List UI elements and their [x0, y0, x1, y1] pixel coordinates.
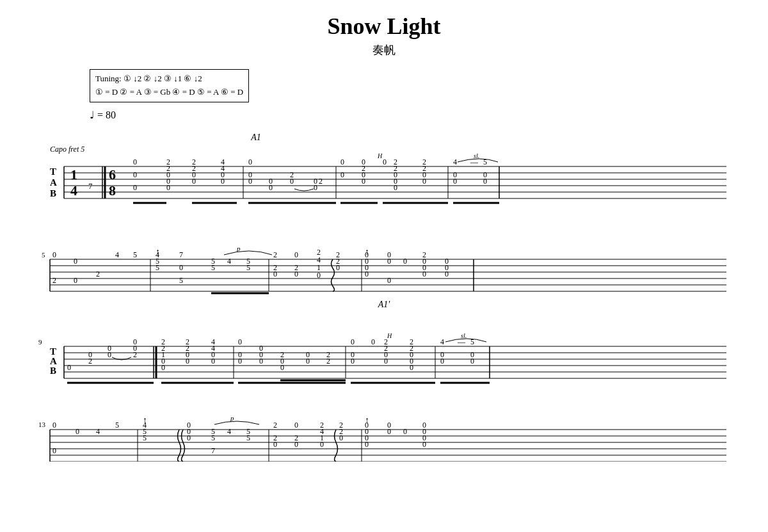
svg-text:0: 0 — [273, 440, 277, 449]
svg-text:5: 5 — [246, 433, 250, 442]
svg-text:4: 4 — [115, 250, 119, 259]
svg-text:2: 2 — [273, 250, 277, 259]
title-area: Snow Light 奏帆 — [38, 13, 730, 58]
svg-text:0: 0 — [294, 250, 298, 259]
tuning-line1: Tuning: ① ↓2 ② ↓2 ③ ↓1 ⑥ ↓2 — [95, 72, 243, 86]
svg-text:0: 0 — [280, 363, 284, 372]
svg-text:0: 0 — [336, 263, 340, 272]
svg-text:0: 0 — [74, 276, 77, 285]
svg-text:4: 4 — [453, 157, 457, 166]
svg-text:5: 5 — [211, 433, 215, 442]
svg-text:0: 0 — [306, 357, 310, 366]
svg-text:0: 0 — [133, 183, 137, 192]
staff-row4: 13 0 0 0 4 5 ↑ 4 5 5 — [38, 404, 730, 462]
svg-text:A: A — [50, 177, 57, 188]
svg-text:0: 0 — [314, 183, 317, 192]
staff-a1: A1 Capo fret 5 T A B 1 4 — [38, 131, 730, 224]
svg-text:—: — — [470, 157, 479, 166]
svg-text:0: 0 — [52, 421, 56, 430]
svg-text:B: B — [50, 188, 56, 198]
svg-text:2: 2 — [96, 270, 100, 278]
svg-text:0: 0 — [76, 427, 79, 436]
svg-text:0: 0 — [483, 177, 487, 186]
svg-text:2: 2 — [273, 421, 277, 430]
svg-text:0: 0 — [340, 170, 344, 179]
svg-text:0: 0 — [440, 357, 444, 366]
section-row2: 5 0 2 0 0 2 4 5 ↑ 4 5 5 — [38, 224, 730, 294]
svg-text:Capo fret 5: Capo fret 5 — [50, 145, 84, 154]
svg-text:0: 0 — [403, 257, 407, 266]
svg-text:0: 0 — [211, 357, 215, 366]
svg-text:T: T — [50, 166, 56, 177]
svg-text:0: 0 — [248, 177, 252, 186]
svg-text:4: 4 — [227, 427, 231, 436]
tempo-line: ♩ = 80 — [90, 109, 730, 121]
svg-text:0: 0 — [362, 177, 365, 186]
svg-text:0: 0 — [339, 433, 343, 442]
svg-text:0: 0 — [422, 440, 426, 449]
svg-text:8: 8 — [109, 182, 116, 198]
svg-text:0: 0 — [248, 157, 252, 166]
song-title: Snow Light — [38, 13, 730, 40]
svg-text:0: 0 — [238, 357, 242, 366]
svg-text:0: 0 — [351, 357, 355, 366]
svg-text:p: p — [230, 414, 234, 422]
svg-text:0: 0 — [387, 276, 391, 285]
tuning-box: Tuning: ① ↓2 ② ↓2 ③ ↓1 ⑥ ↓2 ① = D ② = A … — [90, 69, 249, 102]
svg-text:5: 5 — [470, 337, 474, 346]
svg-text:6: 6 — [109, 166, 116, 182]
section-row4: 13 0 0 0 4 5 ↑ 4 5 5 — [38, 404, 730, 462]
svg-text:2: 2 — [319, 177, 323, 186]
svg-text:0: 0 — [259, 357, 263, 366]
svg-text:5: 5 — [133, 250, 137, 259]
svg-text:5: 5 — [115, 421, 119, 430]
svg-text:5: 5 — [179, 276, 183, 285]
svg-text:4: 4 — [440, 337, 444, 346]
svg-text:0: 0 — [108, 350, 111, 359]
svg-text:0: 0 — [387, 427, 391, 436]
svg-text:0: 0 — [351, 337, 355, 346]
svg-text:0: 0 — [74, 257, 77, 266]
svg-text:0: 0 — [133, 170, 137, 179]
svg-text:0: 0 — [394, 183, 397, 192]
svg-text:0: 0 — [384, 357, 388, 366]
section-a1prime: A1' 9 T A B 0 0 2 0 0 0 — [38, 300, 730, 404]
svg-text:9: 9 — [38, 338, 42, 346]
svg-text:2: 2 — [326, 357, 330, 366]
svg-text:5: 5 — [211, 263, 215, 272]
svg-text:0: 0 — [52, 446, 56, 455]
svg-text:0: 0 — [317, 271, 321, 280]
svg-text:2: 2 — [52, 276, 56, 285]
svg-text:7: 7 — [88, 181, 93, 191]
section-a1: A1 Capo fret 5 T A B 1 4 — [38, 131, 730, 224]
section-label-a1prime: A1' — [38, 300, 730, 310]
svg-text:0: 0 — [422, 177, 426, 186]
svg-text:2: 2 — [133, 350, 137, 359]
svg-text:0: 0 — [294, 421, 298, 430]
svg-text:5: 5 — [156, 263, 159, 272]
svg-text:0: 0 — [387, 257, 391, 266]
svg-text:7: 7 — [179, 250, 183, 259]
svg-text:0: 0 — [186, 357, 189, 366]
svg-text:A: A — [50, 356, 57, 366]
svg-text:0: 0 — [403, 427, 407, 436]
svg-text:0: 0 — [383, 157, 387, 166]
song-subtitle: 奏帆 — [38, 42, 730, 58]
svg-text:0: 0 — [161, 363, 165, 372]
svg-text:T: T — [50, 346, 56, 357]
svg-text:0: 0 — [221, 177, 225, 186]
svg-text:0: 0 — [445, 270, 449, 278]
svg-text:0: 0 — [422, 270, 426, 278]
svg-text:0: 0 — [453, 177, 457, 186]
svg-text:0: 0 — [273, 270, 277, 278]
staff-a1prime: 9 T A B 0 0 2 0 0 0 0 2 — [38, 311, 730, 404]
svg-text:H: H — [377, 152, 383, 159]
svg-text:B: B — [50, 366, 56, 376]
svg-text:0: 0 — [192, 177, 196, 186]
svg-text:4: 4 — [227, 257, 231, 266]
svg-text:0: 0 — [320, 440, 324, 449]
svg-text:0: 0 — [365, 270, 369, 278]
tempo-value: ♩ = 80 — [90, 109, 116, 120]
svg-text:5: 5 — [42, 251, 45, 259]
svg-text:2: 2 — [88, 357, 92, 366]
